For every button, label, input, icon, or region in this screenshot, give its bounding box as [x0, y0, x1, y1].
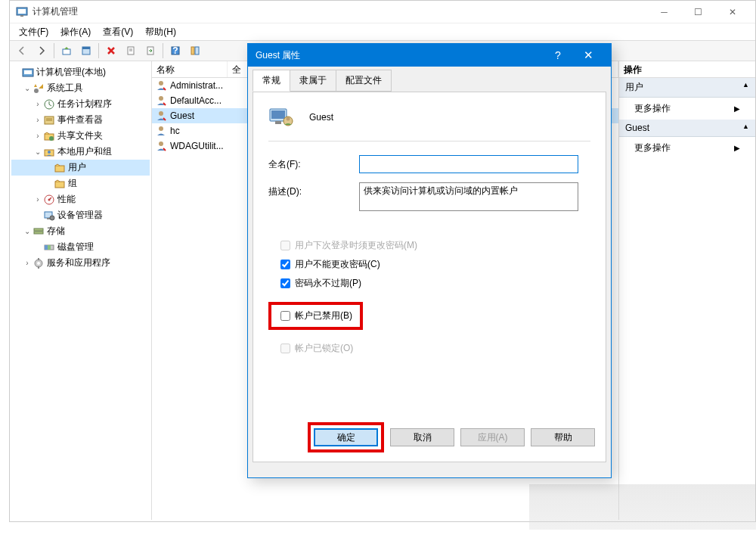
svg-rect-12 — [191, 47, 194, 54]
dialog-body: Guest 全名(F): 描述(D): 用户下次登录时须更改密码(M) 用户不能… — [253, 92, 606, 462]
tree-event-viewer[interactable]: ›事件查看器 — [11, 112, 150, 128]
action-more-1[interactable]: 更多操作▶ — [619, 98, 755, 120]
svg-point-42 — [159, 96, 163, 101]
svg-rect-26 — [55, 182, 64, 188]
maximize-button[interactable]: ☐ — [681, 1, 715, 23]
cancel-button[interactable]: 取消 — [390, 428, 454, 446]
menu-file[interactable]: 文件(F) — [14, 24, 53, 40]
menubar: 文件(F) 操作(A) 查看(V) 帮助(H) — [10, 23, 755, 40]
dialog-close-button[interactable]: ✕ — [573, 48, 603, 62]
desc-input[interactable] — [359, 182, 578, 211]
tree-services[interactable]: ›服务和应用程序 — [11, 255, 150, 271]
ok-button[interactable]: 确定 — [314, 428, 378, 446]
svg-point-24 — [48, 151, 51, 154]
action-more-2[interactable]: 更多操作▶ — [619, 137, 755, 159]
dialog-buttons: 确定 取消 应用(A) 帮助 — [308, 422, 595, 452]
tree-device-manager[interactable]: 设备管理器 — [11, 207, 150, 223]
svg-rect-32 — [34, 229, 43, 231]
svg-point-50 — [287, 117, 290, 121]
export-button[interactable] — [141, 42, 160, 60]
fullname-input[interactable] — [359, 155, 578, 173]
desc-label: 描述(D): — [268, 182, 359, 198]
window-title: 计算机管理 — [33, 5, 647, 18]
tree-storage[interactable]: ⌄存储 — [11, 223, 150, 239]
tree-task-scheduler[interactable]: ›任务计划程序 — [11, 96, 150, 112]
svg-rect-35 — [45, 245, 48, 250]
collapse-icon: ▲ — [742, 81, 749, 94]
collapse-icon: ▲ — [742, 123, 749, 133]
svg-text:?: ? — [172, 45, 178, 56]
checkbox-locked — [280, 344, 290, 353]
tree-local-users[interactable]: ⌄本地用户和组 — [11, 144, 150, 160]
svg-rect-36 — [48, 245, 51, 250]
svg-point-31 — [50, 216, 54, 220]
menu-help[interactable]: 帮助(H) — [141, 24, 181, 40]
check-never-expire[interactable]: 密码永不过期(P) — [280, 277, 590, 290]
actions-header: 操作 — [619, 61, 755, 78]
dialog-help-button[interactable]: ? — [543, 49, 573, 61]
delete-button[interactable] — [102, 42, 120, 60]
back-button[interactable] — [13, 42, 31, 60]
svg-point-45 — [159, 141, 163, 146]
layout-button[interactable] — [186, 42, 204, 60]
nav-tree[interactable]: 计算机管理(本地) ⌄系统工具 ›任务计划程序 ›事件查看器 ›共享文件夹 ⌄本… — [10, 61, 152, 520]
properties-dialog: Guest 属性 ? ✕ 常规 隶属于 配置文件 Guest 全名(F): 描述… — [247, 43, 612, 478]
check-change-next: 用户下次登录时须更改密码(M) — [280, 239, 590, 252]
action-group-guest[interactable]: Guest▲ — [619, 120, 755, 137]
checkbox-never-expire[interactable] — [280, 278, 290, 288]
svg-rect-48 — [275, 121, 281, 124]
svg-point-16 — [34, 89, 39, 93]
svg-point-43 — [159, 111, 163, 116]
fullname-label: 全名(F): — [268, 155, 359, 171]
tree-groups[interactable]: 组 — [11, 176, 150, 191]
minimize-button[interactable]: ─ — [647, 1, 681, 23]
col-name[interactable]: 名称 — [152, 61, 228, 77]
dialog-title: Guest 属性 — [256, 49, 543, 62]
tree-performance[interactable]: ›性能 — [11, 191, 150, 207]
svg-point-28 — [48, 198, 51, 201]
svg-rect-33 — [34, 232, 43, 234]
svg-rect-13 — [195, 47, 199, 54]
apply-button[interactable]: 应用(A) — [460, 428, 525, 446]
checkbox-disabled[interactable] — [280, 311, 290, 321]
check-cannot-change[interactable]: 用户不能更改密码(C) — [280, 258, 590, 271]
chevron-right-icon: ▶ — [734, 104, 740, 113]
svg-rect-40 — [38, 266, 39, 269]
help-button[interactable]: ? — [166, 42, 184, 60]
tab-member[interactable]: 隶属于 — [290, 70, 336, 92]
tree-users[interactable]: 用户 — [11, 160, 150, 176]
action-group-users[interactable]: 用户▲ — [619, 78, 755, 98]
ok-highlight: 确定 — [308, 422, 384, 452]
tab-profile[interactable]: 配置文件 — [336, 70, 392, 92]
tree-system-tools[interactable]: ⌄系统工具 — [11, 80, 150, 96]
tree-disk-mgmt[interactable]: 磁盘管理 — [11, 239, 150, 255]
dialog-titlebar: Guest 属性 ? ✕ — [248, 44, 611, 67]
svg-rect-39 — [38, 258, 39, 260]
up-button[interactable] — [57, 42, 76, 60]
svg-point-38 — [37, 262, 40, 265]
tree-root[interactable]: 计算机管理(本地) — [11, 64, 150, 80]
refresh-button[interactable] — [122, 42, 140, 60]
menu-action[interactable]: 操作(A) — [56, 24, 95, 40]
properties-button[interactable] — [77, 42, 95, 60]
check-disabled-highlighted[interactable]: 帐户已禁用(B) — [268, 302, 363, 330]
checkbox-cannot-change[interactable] — [280, 260, 290, 269]
tab-general[interactable]: 常规 — [253, 70, 290, 92]
svg-point-44 — [159, 126, 163, 131]
close-button[interactable]: ✕ — [715, 1, 749, 23]
svg-rect-30 — [47, 218, 50, 219]
svg-point-41 — [159, 81, 163, 86]
menu-view[interactable]: 查看(V) — [98, 24, 138, 40]
svg-rect-25 — [55, 166, 64, 172]
svg-rect-3 — [63, 49, 70, 54]
titlebar: 计算机管理 ─ ☐ ✕ — [10, 1, 755, 23]
check-locked: 帐户已锁定(O) — [280, 342, 590, 355]
svg-rect-15 — [24, 70, 32, 74]
dialog-tabs: 常规 隶属于 配置文件 — [248, 67, 611, 92]
help-button[interactable]: 帮助 — [531, 428, 595, 446]
tree-shared-folders[interactable]: ›共享文件夹 — [11, 128, 150, 144]
forward-button[interactable] — [33, 42, 51, 60]
username-label: Guest — [309, 112, 333, 123]
user-icon — [268, 104, 294, 130]
checkbox-change-next — [280, 241, 290, 250]
